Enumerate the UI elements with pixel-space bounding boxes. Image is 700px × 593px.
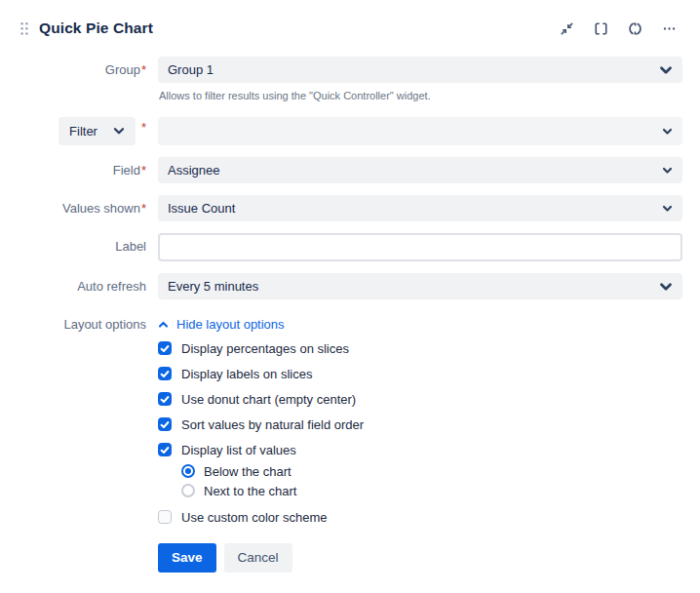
chevron-down-icon <box>659 65 673 75</box>
chevron-down-icon <box>659 282 673 292</box>
checkbox-label: Use donut chart (empty center) <box>181 392 356 407</box>
checkbox-row: Display labels on slices <box>158 367 682 381</box>
group-select-value: Group 1 <box>168 62 214 77</box>
label-label: Label <box>18 233 158 254</box>
layout-options-block: Display percentages on slices Display la… <box>158 341 682 525</box>
display-percentages-checkbox[interactable] <box>158 341 172 355</box>
hide-layout-options-link[interactable]: Hide layout options <box>158 313 285 332</box>
custom-color-checkbox[interactable] <box>158 510 172 524</box>
values-shown-select[interactable]: Issue Count <box>158 195 682 221</box>
auto-refresh-label: Auto refresh <box>18 273 158 294</box>
label-input[interactable] <box>158 233 682 261</box>
label-row: Label <box>18 233 682 261</box>
check-icon <box>160 370 170 378</box>
auto-refresh-select[interactable]: Every 5 minutes <box>158 273 682 299</box>
values-shown-row: Values shown* Issue Count <box>18 195 682 221</box>
check-icon <box>160 344 170 353</box>
checkbox-row: Sort values by natural field order <box>158 417 682 432</box>
check-icon <box>160 446 170 455</box>
checkbox-label: Sort values by natural field order <box>181 417 364 432</box>
checkbox-label: Display list of values <box>181 443 296 457</box>
checkbox-label: Display labels on slices <box>181 367 312 381</box>
required-marker: * <box>141 62 146 77</box>
checkbox-row: Use custom color scheme <box>158 510 682 525</box>
checkbox-row: Use donut chart (empty center) <box>158 392 682 407</box>
drag-handle-icon[interactable] <box>19 21 29 36</box>
group-select[interactable]: Group 1 <box>158 57 682 83</box>
sort-values-checkbox[interactable] <box>158 417 172 431</box>
field-label: Field* <box>18 157 158 178</box>
save-button[interactable]: Save <box>158 543 216 573</box>
field-select[interactable]: Assignee <box>158 157 682 183</box>
collapse-icon[interactable] <box>557 19 576 38</box>
values-shown-label: Values shown* <box>18 195 158 216</box>
hide-layout-options-text: Hide layout options <box>176 317 285 332</box>
display-list-checkbox[interactable] <box>158 443 172 456</box>
fullscreen-icon[interactable] <box>591 19 610 38</box>
checkbox-row: Display percentages on slices <box>158 341 682 356</box>
layout-options-row: Layout options Hide layout options <box>18 313 682 333</box>
chevron-down-icon <box>662 128 673 136</box>
form-actions: Save Cancel <box>158 543 682 573</box>
refresh-icon[interactable] <box>625 19 644 38</box>
list-position-radio-group: Below the chart Next to the chart <box>181 464 682 498</box>
filter-row: Filter * <box>18 117 682 145</box>
cancel-button[interactable]: Cancel <box>224 543 292 573</box>
widget-header: Quick Pie Chart <box>18 14 682 43</box>
widget-title: Quick Pie Chart <box>39 20 153 37</box>
chevron-down-icon <box>113 127 125 136</box>
donut-chart-checkbox[interactable] <box>158 392 172 406</box>
check-icon <box>160 395 170 404</box>
next-to-chart-radio[interactable] <box>181 484 195 497</box>
more-icon[interactable] <box>659 19 679 38</box>
required-marker: * <box>141 163 146 178</box>
layout-options-label: Layout options <box>18 313 158 332</box>
required-marker: * <box>141 201 146 216</box>
chevron-down-icon <box>662 205 673 213</box>
values-shown-select-value: Issue Count <box>168 201 235 216</box>
check-icon <box>160 420 170 429</box>
below-chart-radio[interactable] <box>181 464 195 478</box>
quick-pie-chart-widget: Quick Pie Chart <box>0 0 700 593</box>
field-select-value: Assignee <box>168 163 219 178</box>
chevron-up-icon <box>158 321 169 329</box>
auto-refresh-select-value: Every 5 minutes <box>168 279 258 294</box>
radio-row: Next to the chart <box>181 484 682 498</box>
checkbox-label: Display percentages on slices <box>181 341 349 356</box>
display-labels-checkbox[interactable] <box>158 367 172 380</box>
radio-label: Below the chart <box>204 464 292 479</box>
chevron-down-icon <box>662 167 673 175</box>
group-help-text: Allows to filter results using the "Quic… <box>158 90 682 101</box>
group-row: Group* Group 1 Allows to filter results … <box>18 57 682 101</box>
filter-select[interactable] <box>158 117 682 145</box>
required-marker: * <box>141 120 146 135</box>
field-row: Field* Assignee <box>18 157 682 183</box>
filter-type-label: Filter <box>69 124 97 138</box>
radio-row: Below the chart <box>181 464 682 479</box>
header-toolbar <box>557 19 682 38</box>
filter-type-button[interactable]: Filter <box>58 117 136 145</box>
auto-refresh-row: Auto refresh Every 5 minutes <box>18 273 682 299</box>
checkbox-row: Display list of values <box>158 443 682 457</box>
group-label: Group* <box>18 57 158 77</box>
checkbox-label: Use custom color scheme <box>181 510 328 525</box>
radio-label: Next to the chart <box>204 484 296 498</box>
